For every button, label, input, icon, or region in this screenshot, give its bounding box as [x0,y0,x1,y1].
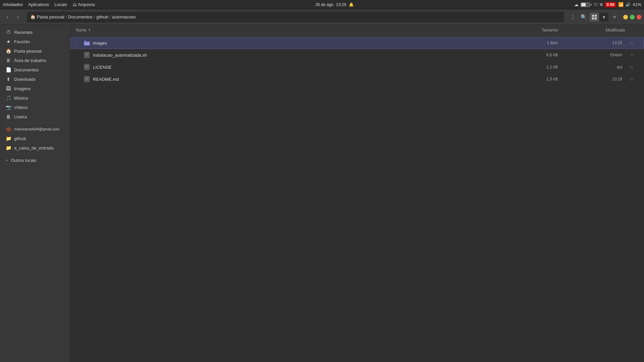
sidebar-item-lixeira[interactable]: 🗑 Lixeira [1,112,69,121]
sort-arrow: ▼ [88,28,91,32]
sidebar-divider-1 [3,123,67,123]
breadcrumb-github[interactable]: github [96,14,108,19]
videos-icon: 📷 [5,105,11,110]
back-button[interactable]: ‹ [3,12,12,22]
header-size[interactable]: Tamanho [508,28,558,33]
system-bar-right: ☁ 🛡 ⊞ 0:00 📶 🔊 41% [574,2,641,7]
applications-menu[interactable]: Aplicativos [28,2,49,7]
breadcrumb-current: automacoes [112,14,136,19]
expand-arrow-icon[interactable]: › [76,41,81,45]
sidebar-label-images: Imagens [14,86,31,91]
caixa-icon: 📁 [5,145,11,150]
breadcrumb-home[interactable]: Pasta pessoal [37,14,64,19]
header-modified[interactable]: Modificado [558,28,625,33]
images-icon: 🖼 [5,86,11,91]
sidebar-item-caixa[interactable]: 📁 a_caixa_de_entrada [1,143,69,152]
file-star-readme[interactable]: ☆ [625,76,638,82]
view-toggle: ▾ [590,13,608,21]
svg-rect-2 [592,17,594,19]
sidebar-item-area-trabalho[interactable]: 🖥 Área de trabalho [1,56,69,65]
sidebar-item-videos[interactable]: 📷 Vídeos [1,103,69,112]
sidebar-item-musica[interactable]: 🎵 Música [1,94,69,102]
table-row[interactable]: LICENSE 1,1 kB qui ☆ [70,61,644,73]
minimize-button[interactable] [623,15,628,19]
sound-icon: 🔊 [626,2,631,7]
sidebar-label-recentes: Recentes [14,30,33,35]
cloud-icon: ☁ [574,2,579,7]
sidebar-label-other: Outros locais [11,158,36,163]
sidebar-label-downloads: Downloads [14,77,36,82]
music-icon: 🎵 [5,95,11,101]
vpn-icon: 🛡 [594,2,598,7]
file-star-instalacao[interactable]: ☆ [625,52,638,58]
license-file-icon [84,64,90,70]
sidebar-label-desktop: Área de trabalho [14,58,46,63]
recentes-icon: ⏱ [5,29,11,35]
file-name-images: images [93,41,107,46]
menu-button[interactable]: ⋮ [568,12,578,22]
svg-rect-4 [84,52,90,58]
sidebar-item-favorito[interactable]: ★ Favorito [1,37,69,46]
activities-menu[interactable]: Atividades [3,2,23,7]
svg-rect-12 [84,76,90,82]
file-modified-license: qui [558,65,625,69]
table-row[interactable]: › images 1 item 13:25 ☆ [70,37,644,49]
sidebar: ⏱ Recentes ★ Favorito 🏠 Pasta pessoal 🖥 … [0,25,70,362]
sidebar-item-recentes[interactable]: ⏱ Recentes [1,28,69,37]
header-name[interactable]: Nome ▼ [76,28,508,33]
favorito-icon: ★ [5,39,11,44]
file-name-readme: README.md [93,77,119,82]
system-bar: Atividades Aplicativos Locais 🗂 Arquivos… [0,0,644,9]
sidebar-item-pasta-pessoal[interactable]: 🏠 Pasta pessoal [1,47,69,55]
sort-button[interactable]: ≡ [610,12,619,22]
file-star-license[interactable]: ☆ [625,64,638,70]
svg-rect-0 [592,15,594,17]
view-grid-button[interactable] [590,13,599,21]
search-button[interactable]: 🔍 [579,12,588,22]
file-size-license: 1,1 kB [507,65,558,69]
breadcrumb-documentos[interactable]: Documentos [68,14,93,19]
folder-icon [84,40,90,46]
sidebar-label-email: marlonprado04@gmail.com [14,127,59,131]
system-bar-center: 26 de ago 13:29 🔔 [315,2,354,7]
close-button[interactable] [637,15,641,19]
desktop-icon: 🖥 [5,58,11,63]
file-name-instalacao: instalacao_automatizada.sh [93,53,147,58]
locals-menu[interactable]: Locais [54,2,67,7]
sidebar-label-favorito: Favorito [14,39,30,44]
trash-icon: 🗑 [5,114,11,119]
file-star-images[interactable]: ☆ [625,40,638,46]
table-row[interactable]: README.md 1,5 kB 13:28 ☆ [70,73,644,85]
table-row[interactable]: instalacao_automatizada.sh 6,6 kB Ontem … [70,49,644,61]
breadcrumb-sep-2: / [94,15,95,19]
forward-button[interactable]: › [13,12,23,22]
sidebar-label-caixa: a_caixa_de_entrada [14,145,54,150]
sidebar-item-downloads[interactable]: ⬇ Downloads [1,75,69,83]
file-size-images: 1 item [507,41,558,45]
docs-icon: 📄 [5,67,11,72]
file-list: › images 1 item 13:25 ☆ [70,36,644,362]
file-name-cell-license: LICENSE [76,64,507,70]
sidebar-item-email[interactable]: 💼 marlonprado04@gmail.com [1,125,69,133]
timer-badge: 0:00 [605,2,616,7]
sidebar-item-other-locations[interactable]: + Outros locais [1,156,69,165]
svg-rect-3 [595,17,597,19]
maximize-button[interactable] [630,15,635,19]
github-icon: 📁 [5,136,11,141]
file-size-instalacao: 6,6 kB [507,53,558,57]
readme-file-icon [84,76,90,82]
sidebar-label-github: github [14,136,26,141]
plus-icon: + [5,158,8,163]
email-icon: 💼 [5,126,11,132]
breadcrumb: 🏠 Pasta pessoal / Documentos / github / … [27,12,564,22]
wifi-icon: 📶 [618,2,624,7]
battery-indicator [581,2,592,7]
sidebar-item-github[interactable]: 📁 github [1,134,69,143]
files-menu[interactable]: 🗂 Arquivos [72,2,95,7]
file-name-cell-images: › images [76,40,507,46]
sidebar-item-imagens[interactable]: 🖼 Imagens [1,84,69,93]
view-caret-button[interactable]: ▾ [599,13,608,21]
sidebar-item-documentos[interactable]: 📄 Documentos [1,65,69,74]
bell-icon[interactable]: 🔔 [349,2,354,7]
file-name-cell-readme: README.md [76,76,507,82]
